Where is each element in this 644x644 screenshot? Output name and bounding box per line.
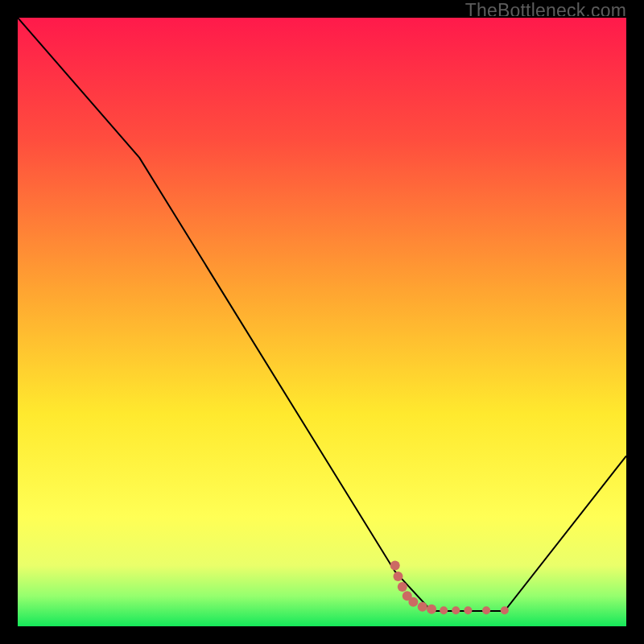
marker-dot <box>408 597 418 607</box>
bottleneck-chart <box>18 18 626 626</box>
marker-dot <box>482 606 490 614</box>
marker-dot <box>390 560 400 570</box>
marker-dot <box>440 606 448 614</box>
marker-dot <box>464 606 472 614</box>
marker-dot <box>418 602 427 612</box>
marker-dot <box>452 606 460 614</box>
marker-dot <box>398 582 407 592</box>
chart-background <box>18 18 626 626</box>
marker-dot <box>394 572 403 581</box>
marker-dot <box>427 605 436 614</box>
marker-dot <box>501 606 509 614</box>
chart-frame <box>16 16 628 628</box>
